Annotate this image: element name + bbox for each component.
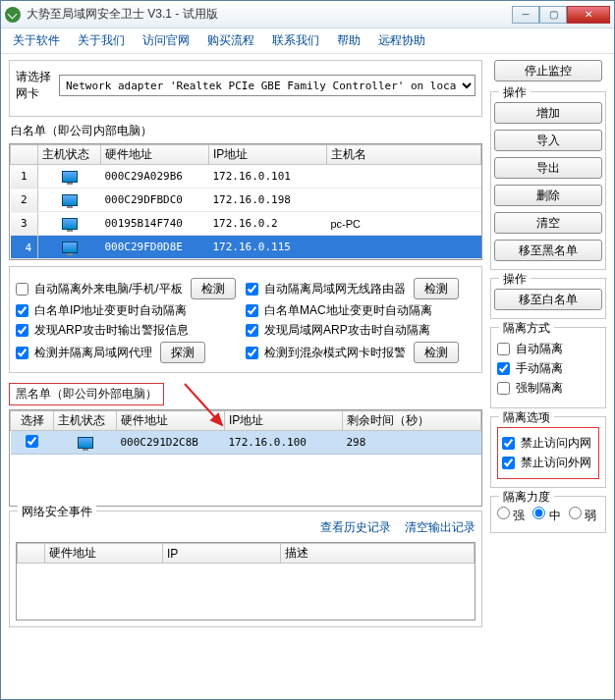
menu-help[interactable]: 帮助 [337, 32, 361, 49]
row-select-checkbox[interactable] [26, 435, 38, 448]
monitor-icon [62, 194, 78, 206]
ecol-ip: IP [163, 544, 281, 564]
table-row[interactable]: ▶4 000C29FD0D8E172.16.0.115 [11, 236, 481, 259]
detect-button[interactable]: 检测 [414, 342, 459, 363]
minimize-button[interactable]: ─ [512, 6, 539, 24]
table-row[interactable]: 000C291D2C8B172.16.0.100298 [11, 431, 481, 455]
title-bar: 大势至局域网安全卫士 V3.1 - 试用版 ─ ▢ ✕ [1, 1, 614, 28]
option-checkbox[interactable] [16, 283, 28, 296]
bcol-select: 选择 [11, 411, 54, 431]
ops-button[interactable]: 删除 [494, 185, 602, 206]
events-title: 网络安全事件 [18, 504, 96, 520]
detect-button[interactable]: 检测 [414, 278, 459, 299]
iso-opt-checkbox[interactable] [502, 457, 515, 469]
iso-mode-checkbox[interactable] [497, 382, 510, 395]
col-host: 主机名 [327, 145, 481, 165]
bcol-status: 主机状态 [54, 411, 117, 431]
option-checkbox[interactable] [246, 347, 258, 359]
bcol-ip: IP地址 [225, 411, 343, 431]
option-checkbox[interactable] [16, 324, 28, 337]
blacklist-grid[interactable]: 选择 主机状态 硬件地址 IP地址 剩余时间（秒） 000C291D2C8B17… [9, 409, 482, 507]
nic-select[interactable]: Network adapter 'Realtek PCIe GBE Family… [59, 75, 475, 96]
menu-remote[interactable]: 远程协助 [378, 32, 425, 49]
option-checkbox[interactable] [246, 324, 258, 337]
menu-about-us[interactable]: 关于我们 [78, 32, 125, 49]
iso-opt-checkbox[interactable] [502, 437, 515, 450]
menu-contact[interactable]: 联系我们 [272, 32, 319, 49]
ecol-desc: 描述 [281, 544, 475, 564]
ops-button[interactable]: 移至黑名单 [494, 240, 602, 261]
move-to-whitelist-button[interactable]: 移至白名单 [494, 289, 602, 310]
col-status: 主机状态 [38, 145, 101, 165]
close-button[interactable]: ✕ [567, 6, 610, 24]
detect-button[interactable]: 探测 [160, 342, 205, 363]
ops-button[interactable]: 增加 [494, 102, 602, 124]
option-checkbox[interactable] [16, 304, 28, 317]
whitelist-title: 白名单（即公司内部电脑） [11, 123, 482, 139]
maximize-button[interactable]: ▢ [539, 6, 567, 24]
ops-blacklist: 操作 移至白名单 [490, 278, 606, 319]
whitelist-grid[interactable]: 主机状态 硬件地址 IP地址 主机名 1 000C29A029B6172.16.… [9, 143, 482, 260]
ops-button[interactable]: 清空 [494, 212, 602, 234]
option-checkbox[interactable] [246, 283, 258, 296]
strength-radio[interactable]: 强 [497, 507, 525, 524]
ops-button[interactable]: 导出 [494, 157, 602, 179]
strength-radio[interactable]: 中 [532, 507, 560, 524]
menu-purchase[interactable]: 购买流程 [207, 32, 254, 49]
option-checkbox[interactable] [246, 304, 258, 317]
link-clear[interactable]: 清空输出记录 [405, 519, 475, 536]
ops-whitelist: 操作 增加导入导出删除清空移至黑名单 [490, 91, 606, 270]
col-rownum [11, 145, 38, 165]
events-grid[interactable]: 硬件地址 IP 描述 [16, 542, 475, 620]
menu-bar: 关于软件 关于我们 访问官网 购买流程 联系我们 帮助 远程协助 [1, 28, 614, 54]
nic-label: 请选择网卡 [16, 69, 53, 102]
bcol-time: 剩余时间（秒） [343, 411, 481, 431]
monitor-icon [62, 218, 78, 230]
monitor-icon [78, 437, 93, 449]
window-title: 大势至局域网安全卫士 V3.1 - 试用版 [27, 6, 512, 23]
stop-monitor-button[interactable]: 停止监控 [494, 60, 602, 81]
iso-mode-checkbox[interactable] [497, 362, 510, 375]
col-ip: IP地址 [209, 145, 327, 165]
monitor-icon [62, 242, 78, 253]
menu-website[interactable]: 访问官网 [142, 32, 190, 49]
table-row[interactable]: 2 000C29DFBDC0172.16.0.198 [11, 188, 481, 212]
table-row[interactable]: 1 000C29A029B6172.16.0.101 [11, 165, 481, 188]
isolation-strength: 隔离力度 强 中 弱 [490, 496, 606, 533]
app-icon [5, 7, 21, 23]
option-checkbox[interactable] [16, 347, 28, 359]
ecol-mac: 硬件地址 [45, 544, 163, 564]
menu-about-sw[interactable]: 关于软件 [13, 32, 60, 49]
detect-button[interactable]: 检测 [191, 278, 236, 299]
iso-mode-checkbox[interactable] [497, 343, 510, 355]
isolation-mode: 隔离方式 自动隔离手动隔离强制隔离 [490, 327, 606, 408]
strength-radio[interactable]: 弱 [569, 507, 596, 524]
col-mac: 硬件地址 [101, 145, 209, 165]
security-events: 网络安全事件 查看历史记录 清空输出记录 硬件地址 IP 描述 [9, 511, 482, 627]
table-row[interactable]: 3 00195B14F740172.16.0.2pc-PC [11, 212, 481, 236]
link-history[interactable]: 查看历史记录 [320, 519, 391, 536]
ops-button[interactable]: 导入 [494, 130, 602, 151]
monitor-icon [62, 171, 78, 183]
blacklist-title: 黑名单（即公司外部电脑） [9, 383, 164, 405]
isolation-options: 隔离选项 禁止访问内网禁止访问外网 [490, 416, 606, 488]
bcol-mac: 硬件地址 [117, 411, 225, 431]
